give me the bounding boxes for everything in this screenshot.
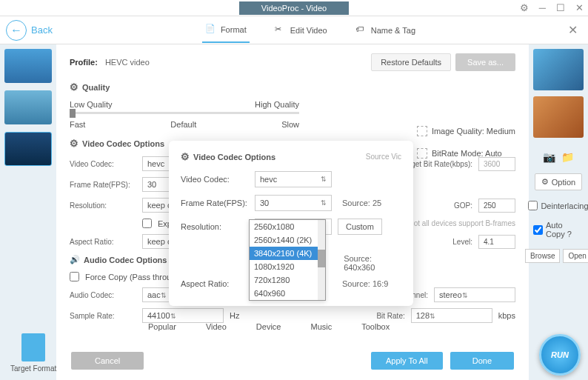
minimize-icon[interactable]: ─	[539, 2, 546, 13]
high-quality-label: High Quality	[255, 100, 299, 109]
deinterlacing-checkbox[interactable]	[528, 201, 538, 210]
category-tabs: Popular Video Device Music Toolbox	[133, 319, 529, 334]
topbar: ← Back 📄 Format ✂ Edit Video 🏷 Name & Ta…	[0, 16, 588, 44]
settings-icon[interactable]: ⚙	[520, 2, 529, 13]
force-copy-checkbox[interactable]	[70, 272, 79, 281]
folder-icon[interactable]: 📁	[561, 151, 574, 163]
target-format[interactable]: Target Format	[10, 333, 56, 373]
dropdown-item[interactable]: 1080x1920	[250, 260, 325, 273]
resolution-label: Resolution:	[70, 201, 136, 210]
target-bitrate-input[interactable]: 3600	[478, 157, 515, 171]
level-select[interactable]: 4.1	[478, 235, 515, 249]
level-label: Level:	[452, 238, 472, 246]
tab-format-label: Format	[221, 25, 247, 34]
video-thumbnail-selected[interactable]	[4, 132, 52, 166]
dropdown-scrollbar[interactable]	[318, 220, 325, 300]
video-thumbnail[interactable]	[4, 49, 52, 83]
category-toolbox[interactable]: Toolbox	[361, 322, 390, 331]
popup-title: Video Codec Options	[193, 153, 275, 161]
popup-codec-label: Video Codec:	[181, 175, 249, 184]
dropdown-item[interactable]: 720x1280	[250, 273, 325, 287]
titlebar: VideoProc - Video ⚙ ─ ☐ ✕	[0, 0, 588, 16]
fps-label: Frame Rate(FPS):	[70, 181, 136, 189]
bitrate-label: Bit Rate:	[376, 312, 404, 320]
preview-thumbnail[interactable]	[533, 96, 584, 138]
panel-close-icon[interactable]: ✕	[568, 23, 578, 37]
cancel-button[interactable]: Cancel	[71, 352, 144, 370]
maximize-icon[interactable]: ☐	[556, 2, 565, 13]
dropdown-item[interactable]: 2560x1440 (2K)	[250, 233, 325, 247]
profile-label: Profile:	[70, 58, 98, 67]
dropdown-item[interactable]: 640x960	[250, 287, 325, 300]
fast-label: Fast	[70, 120, 85, 129]
dropdown-item[interactable]: 2560x1080	[250, 220, 325, 233]
back-arrow-icon[interactable]: ←	[6, 20, 27, 41]
category-popular[interactable]: Popular	[148, 322, 176, 331]
category-music[interactable]: Music	[310, 322, 332, 331]
restore-defaults-button[interactable]: Restore Defaults	[371, 53, 451, 71]
camera-icon[interactable]: 📷	[543, 151, 555, 163]
quality-header: ⚙ Quality	[70, 81, 515, 93]
quality-slider[interactable]	[70, 112, 299, 114]
category-device[interactable]: Device	[256, 322, 281, 331]
done-button[interactable]: Done	[450, 352, 514, 370]
edit-icon: ✂	[275, 24, 287, 36]
custom-button[interactable]: Custom	[338, 219, 382, 235]
sample-rate-label: Sample Rate:	[70, 312, 136, 320]
gop-input[interactable]: 250	[478, 199, 515, 213]
app-title: VideoProc - Video	[239, 1, 349, 15]
back-button[interactable]: Back	[31, 24, 53, 36]
profile-value: HEVC video	[105, 58, 150, 67]
resolution-dropdown: 2560x1080 2560x1440 (2K) 3840x2160 (4K) …	[249, 219, 326, 301]
category-video[interactable]: Video	[206, 322, 227, 331]
source-vic-label: Source Vic	[366, 153, 401, 161]
save-as-button[interactable]: Save as...	[455, 53, 515, 71]
popup-fps-label: Frame Rate(FPS):	[181, 199, 249, 207]
preview-thumbnail[interactable]	[533, 49, 584, 90]
gear-icon: ⚙	[70, 138, 78, 149]
bframes-note: * Not all devices support B-frames	[404, 219, 515, 227]
popup-codec-select[interactable]: hevc⇅	[255, 171, 332, 187]
target-format-icon	[21, 333, 45, 361]
run-button[interactable]: RUN	[539, 334, 581, 376]
tag-icon: 🏷	[355, 24, 367, 36]
fps-source-text: Source: 25	[342, 199, 381, 207]
popup-fps-select[interactable]: 30⇅	[255, 195, 332, 211]
video-thumbnail[interactable]	[4, 90, 52, 124]
tab-edit-label: Edit Video	[290, 26, 327, 35]
gear-icon: ⚙	[541, 177, 549, 187]
slow-label: Slow	[281, 120, 299, 129]
bottom-buttons: Cancel Apply To All Done	[56, 346, 529, 376]
tab-format[interactable]: 📄 Format	[202, 18, 250, 43]
apply-to-all-button[interactable]: Apply To All	[371, 352, 443, 370]
speaker-icon: 🔊	[70, 255, 80, 264]
low-quality-label: Low Quality	[70, 100, 112, 109]
audio-codec-label: Audio Codec:	[70, 291, 136, 299]
popup-aspect-label: Aspect Ratio:	[181, 279, 249, 288]
default-label: Default	[170, 120, 196, 129]
video-codec-label: Video Codec:	[70, 160, 136, 168]
deinterlacing-label: Deinterlacing	[541, 201, 588, 210]
video-codec-popup: ⚙Video Codec Options Source Vic Video Co…	[169, 141, 413, 306]
main-tabs: 📄 Format ✂ Edit Video 🏷 Name & Tag	[53, 18, 568, 43]
slider-handle[interactable]	[70, 109, 76, 118]
gop-label: GOP:	[454, 201, 472, 210]
aspect-source-text: Source: 16:9	[342, 279, 388, 288]
tab-name-tag[interactable]: 🏷 Name & Tag	[353, 18, 418, 43]
browse-button[interactable]: Browse	[525, 249, 560, 263]
autocopy-checkbox[interactable]	[533, 225, 543, 235]
image-quality-icon	[417, 126, 427, 136]
audio-channel-select[interactable]: stereo⇅	[434, 287, 515, 302]
res-source-text: Source: 640x360	[344, 254, 401, 272]
left-thumbnail-strip	[0, 44, 56, 380]
image-quality-text: Image Quality: Medium	[432, 127, 515, 136]
close-icon[interactable]: ✕	[575, 2, 584, 13]
right-panel: 📷 📁 ⚙ Option Deinterlacing Auto Copy ? B…	[529, 44, 588, 380]
dropdown-item-selected[interactable]: 3840x2160 (4K)	[250, 247, 325, 260]
option-button[interactable]: ⚙ Option	[535, 173, 582, 190]
open-button[interactable]: Open	[563, 249, 588, 263]
expand-video-checkbox[interactable]	[142, 219, 152, 228]
tab-edit-video[interactable]: ✂ Edit Video	[272, 18, 330, 43]
scrollbar-thumb[interactable]	[318, 250, 325, 267]
gear-icon: ⚙	[181, 151, 190, 162]
